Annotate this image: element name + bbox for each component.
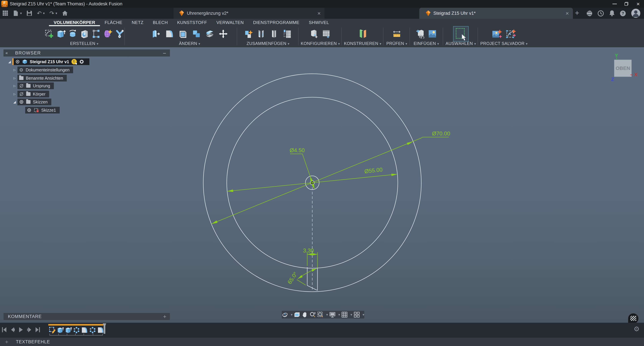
visibility-eye-icon[interactable]	[15, 59, 20, 64]
zoom-window-icon[interactable]	[317, 311, 324, 318]
ai-image-icon[interactable]	[492, 29, 502, 38]
feature-circular-pattern-icon[interactable]	[73, 326, 80, 334]
browser-item-dokumenteinstellungen[interactable]: ▷ ⚙ Dokumenteinstellungen	[12, 66, 73, 73]
comments-bar[interactable]: KOMMENTARE +	[3, 313, 170, 320]
group-label-pruefen[interactable]: PRÜFEN▾	[386, 41, 407, 47]
orbit-caret[interactable]: ▾	[291, 313, 292, 317]
expand-icon[interactable]: ▷	[12, 76, 18, 80]
select-tool[interactable]	[453, 26, 468, 41]
expand-icon[interactable]: ◢	[12, 100, 18, 104]
save-icon[interactable]	[26, 10, 32, 16]
ribbon-tab-flaeche[interactable]: FLÄCHE	[100, 19, 127, 26]
feature-fillet-icon[interactable]	[81, 326, 88, 334]
browser-item-ursprung[interactable]: ▷ Ursprung	[12, 82, 54, 89]
timeline-playhead[interactable]	[104, 323, 105, 334]
status-badge[interactable]	[79, 59, 84, 64]
new-component-icon[interactable]	[244, 29, 254, 38]
timeline-step-back-icon[interactable]	[10, 327, 15, 333]
ribbon-tab-kunststoff[interactable]: KUNSTSTOFF	[172, 19, 212, 26]
create-sketch-icon[interactable]	[44, 29, 54, 38]
browser-item-benannte-ansichten[interactable]: ▷ Benannte Ansichten	[12, 75, 67, 81]
timeline-go-end-icon[interactable]	[35, 327, 40, 333]
root-component-name[interactable]: Steigrad Z15 Uhr v1	[30, 59, 69, 64]
ribbon-tab-blech[interactable]: BLECH	[148, 19, 172, 26]
zoom-icon[interactable]	[310, 311, 316, 318]
minimize-button[interactable]	[609, 0, 620, 8]
browser-item-skizze1[interactable]: Skizze1	[25, 107, 60, 113]
browser-panel-header[interactable]: « BROWSER –	[3, 49, 170, 57]
timeline-play-icon[interactable]	[18, 327, 24, 333]
viewports-icon[interactable]	[354, 311, 360, 318]
dim-inner-diameter[interactable]: Ø55.00	[364, 166, 383, 175]
look-at-icon[interactable]	[294, 311, 300, 318]
configure-table-icon[interactable]	[322, 29, 331, 38]
press-pull-icon[interactable]	[152, 29, 161, 38]
insert-derive-icon[interactable]	[416, 29, 425, 38]
expand-icon[interactable]: ▷	[12, 84, 18, 88]
dim-hole-diameter[interactable]: Ø4.50	[290, 147, 305, 153]
feature-extrude-icon[interactable]	[65, 326, 72, 334]
fillet-icon[interactable]	[165, 29, 174, 38]
timeline-go-start-icon[interactable]	[2, 327, 7, 333]
extrude-icon[interactable]	[56, 29, 66, 38]
viewports-caret[interactable]: ▾	[362, 313, 364, 317]
canvas-image-icon[interactable]	[428, 29, 437, 38]
grid-settings-caret[interactable]: ▾	[350, 313, 352, 317]
feature-fillet-icon[interactable]	[97, 326, 104, 334]
feedback-bubble-icon[interactable]	[628, 313, 639, 323]
shell-icon[interactable]	[178, 29, 188, 38]
document-tab-2[interactable]: Steigrad Z15 Uhr v1* ×	[419, 8, 573, 19]
tab-close-icon[interactable]: ×	[317, 10, 321, 16]
joint-icon[interactable]	[257, 29, 266, 38]
feature-sketch-icon[interactable]	[49, 326, 56, 334]
feature-extrude-icon[interactable]	[57, 326, 64, 334]
group-label-konstruieren[interactable]: KONSTRUIEREN▾	[344, 41, 381, 47]
close-button[interactable]: ×	[632, 0, 644, 8]
ai-sketch-icon[interactable]	[506, 29, 516, 38]
group-label-erstellen[interactable]: ERSTELLEN▾	[70, 41, 98, 47]
viewcube-face-label[interactable]: OBEN	[614, 60, 632, 77]
zoom-window-caret[interactable]: ▾	[326, 313, 328, 317]
browser-item-koerper[interactable]: ▷ Körper	[12, 91, 49, 97]
ribbon-tab-netz[interactable]: NETZ	[127, 19, 148, 26]
tab-close-icon[interactable]: ×	[566, 10, 569, 16]
pattern-icon[interactable]	[92, 29, 101, 38]
form-icon[interactable]	[103, 29, 112, 38]
help-icon[interactable]: ?	[620, 10, 626, 17]
grid-settings-icon[interactable]	[341, 311, 348, 318]
group-label-zusammenfuegen[interactable]: ZUSAMMENFÜGEN▾	[246, 41, 290, 47]
user-avatar[interactable]	[631, 8, 641, 19]
pipe-icon[interactable]	[115, 29, 124, 38]
dimension-lines[interactable]	[211, 137, 449, 285]
notifications-bell-icon[interactable]	[608, 10, 616, 17]
file-menu-icon[interactable]: ▾	[13, 10, 22, 16]
sketch-viewport[interactable]: Ø70.00 Ø55.00 Ø4.50 3.30 65.0°	[0, 47, 644, 323]
browser-root-item[interactable]: ◢ Steigrad Z15 Uhr v1 T.	[7, 58, 90, 65]
expand-plus-icon[interactable]: +	[5, 339, 8, 345]
dim-outer-diameter[interactable]: Ø70.00	[432, 130, 450, 137]
visibility-eye-icon[interactable]	[19, 100, 24, 104]
pan-hand-icon[interactable]	[302, 311, 308, 318]
hole-icon[interactable]	[80, 29, 89, 38]
dim-tooth-width[interactable]: 3.30	[303, 247, 314, 254]
home-icon[interactable]	[62, 10, 68, 16]
model-canvas[interactable]: Ø70.00 Ø55.00 Ø4.50 3.30 65.0° « BROWSER…	[0, 47, 644, 323]
feature-circular-pattern-icon[interactable]	[89, 326, 96, 334]
app-grid-icon[interactable]	[2, 10, 8, 16]
hidden-eye-icon[interactable]	[19, 92, 24, 96]
move-icon[interactable]	[218, 29, 228, 38]
bom-table-icon[interactable]	[282, 29, 292, 38]
dim-tooth-angle[interactable]: 65.0°	[286, 271, 298, 285]
ribbon-tab-verwalten[interactable]: VERWALTEN	[212, 19, 248, 26]
group-label-konfigurieren[interactable]: KONFIGURIEREN▾	[301, 41, 340, 47]
collaborator-badge[interactable]: T.	[72, 59, 77, 64]
expand-icon[interactable]: ▷	[12, 92, 18, 96]
ribbon-tab-volumenkoerper[interactable]: VOLUMENKÖRPER	[49, 19, 100, 26]
browser-minimize-icon[interactable]: –	[163, 50, 166, 56]
expand-icon[interactable]: ▷	[12, 68, 18, 72]
browser-item-skizzen[interactable]: ◢ Skizzen	[12, 99, 51, 105]
text-commands-bar[interactable]: + TEXTBEFEHLE	[0, 337, 644, 346]
revolve-icon[interactable]	[68, 29, 77, 38]
configure-part-icon[interactable]	[310, 29, 319, 38]
ribbon-tab-shwivel[interactable]: SHWIVEL	[304, 19, 334, 26]
